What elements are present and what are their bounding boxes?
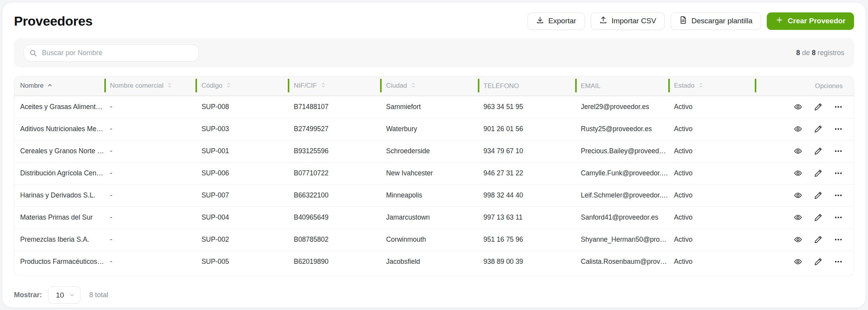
more-button[interactable] xyxy=(832,256,844,268)
cell-codigo: SUP-008 xyxy=(195,96,288,118)
chevrons-up-down-icon xyxy=(320,82,326,90)
column-header-nombre-comercial[interactable]: Nombre comercial xyxy=(104,76,196,96)
edit-button[interactable] xyxy=(812,211,824,223)
table-row: Cereales y Granos Norte S.L. - SUP-001 B… xyxy=(14,140,854,162)
edit-button[interactable] xyxy=(812,167,824,179)
more-button[interactable] xyxy=(832,234,844,246)
cell-opciones xyxy=(755,251,854,273)
pencil-icon xyxy=(814,107,823,113)
cell-nif: B07710722 xyxy=(288,162,380,184)
cell-estado: Activo xyxy=(668,229,755,251)
cell-estado: Activo xyxy=(668,118,755,140)
more-button[interactable] xyxy=(832,167,844,179)
view-button[interactable] xyxy=(792,234,804,246)
edit-button[interactable] xyxy=(812,234,824,246)
column-header-codigo[interactable]: Código xyxy=(195,76,288,96)
eye-icon xyxy=(794,217,802,223)
column-header-nombre[interactable]: Nombre xyxy=(14,76,104,96)
cell-ciudad: Corwinmouth xyxy=(380,229,477,251)
cell-nombre-comercial: - xyxy=(104,140,196,162)
pencil-icon xyxy=(814,129,823,135)
view-button[interactable] xyxy=(792,145,804,157)
file-text-icon xyxy=(679,16,687,26)
view-button[interactable] xyxy=(792,256,804,268)
cell-email: Jerel29@proveedor.es xyxy=(575,96,668,118)
more-button[interactable] xyxy=(832,211,844,223)
pencil-icon xyxy=(814,195,823,201)
cell-opciones xyxy=(755,184,854,206)
ellipsis-icon xyxy=(834,217,843,223)
view-button[interactable] xyxy=(792,189,804,201)
column-header-ciudad[interactable]: Ciudad xyxy=(380,76,477,96)
cell-ciudad: Minneapolis xyxy=(380,184,477,206)
import-csv-button[interactable]: Importar CSV xyxy=(591,12,665,30)
cell-codigo: SUP-006 xyxy=(195,162,288,184)
cell-opciones xyxy=(755,162,854,184)
edit-button[interactable] xyxy=(812,101,824,113)
cell-ciudad: Sammiefort xyxy=(380,96,477,118)
cell-opciones xyxy=(755,96,854,118)
chevrons-up-down-icon xyxy=(410,82,416,90)
cell-telefono: 997 13 63 11 xyxy=(478,206,575,229)
cell-codigo: SUP-007 xyxy=(195,184,288,206)
chevron-up-icon xyxy=(47,82,53,90)
column-header-nif[interactable]: NIF/CIF xyxy=(288,76,380,96)
more-button[interactable] xyxy=(832,189,844,201)
view-button[interactable] xyxy=(792,123,804,135)
cell-estado: Activo xyxy=(668,184,755,206)
create-supplier-button[interactable]: Crear Proveedor xyxy=(767,12,854,30)
cell-email: Rusty25@proveedor.es xyxy=(575,118,668,140)
show-label: Mostrar: xyxy=(14,291,42,299)
cell-ciudad: New Ivahcester xyxy=(380,162,477,184)
cell-ciudad: Jacobsfield xyxy=(380,251,477,273)
cell-nombre-comercial: - xyxy=(104,229,196,251)
cell-telefono: 963 34 51 95 xyxy=(478,96,575,118)
cell-ciudad: Jamarcustown xyxy=(380,206,477,229)
cell-nombre: Productos Farmacéuticos Veteri... xyxy=(14,251,104,273)
cell-opciones xyxy=(755,140,854,162)
records-shown: 8 xyxy=(796,49,800,57)
cell-opciones xyxy=(755,206,854,229)
export-button[interactable]: Exportar xyxy=(527,12,585,30)
eye-icon xyxy=(794,151,802,157)
cell-email: Leif.Schmeler@proveedor.es xyxy=(575,184,668,206)
cell-telefono: 938 89 00 39 xyxy=(478,251,575,273)
ellipsis-icon xyxy=(834,129,843,135)
edit-button[interactable] xyxy=(812,189,824,201)
table-footer: Mostrar: 10 8 total xyxy=(14,286,854,304)
more-button[interactable] xyxy=(832,101,844,113)
edit-button[interactable] xyxy=(812,145,824,157)
cell-estado: Activo xyxy=(668,140,755,162)
cell-nombre: Distribución Agrícola Central xyxy=(14,162,104,184)
cell-nombre-comercial: - xyxy=(104,206,196,229)
more-button[interactable] xyxy=(832,145,844,157)
cell-nombre: Cereales y Granos Norte S.L. xyxy=(14,140,104,162)
table-row: Distribución Agrícola Central - SUP-006 … xyxy=(14,162,854,184)
more-button[interactable] xyxy=(832,123,844,135)
view-button[interactable] xyxy=(792,167,804,179)
cell-nif: B40965649 xyxy=(288,206,380,229)
table-row: Productos Farmacéuticos Veteri... - SUP-… xyxy=(14,251,854,273)
cell-nombre: Premezclas Iberia S.A. xyxy=(14,229,104,251)
column-header-estado[interactable]: Estado xyxy=(668,76,755,96)
pencil-icon xyxy=(814,262,823,267)
download-template-button[interactable]: Descargar plantilla xyxy=(671,12,761,30)
cell-nombre-comercial: - xyxy=(104,118,196,140)
table-body: Aceites y Grasas Alimentarias - SUP-008 … xyxy=(14,96,854,273)
page-title: Proveedores xyxy=(14,14,93,29)
search-input[interactable] xyxy=(24,44,199,62)
chevrons-up-down-icon xyxy=(167,82,173,90)
edit-button[interactable] xyxy=(812,256,824,268)
edit-button[interactable] xyxy=(812,123,824,135)
cell-telefono: 998 32 44 40 xyxy=(478,184,575,206)
column-header-email: EMAIL xyxy=(575,76,668,96)
eye-icon xyxy=(794,107,802,113)
cell-estado: Activo xyxy=(668,96,755,118)
view-button[interactable] xyxy=(792,211,804,223)
page-size-select[interactable]: 10 xyxy=(48,286,81,304)
table-row: Premezclas Iberia S.A. - SUP-002 B087858… xyxy=(14,229,854,251)
view-button[interactable] xyxy=(792,101,804,113)
cell-nombre: Harinas y Derivados S.L. xyxy=(14,184,104,206)
plus-icon xyxy=(775,16,783,26)
ellipsis-icon xyxy=(834,151,843,157)
